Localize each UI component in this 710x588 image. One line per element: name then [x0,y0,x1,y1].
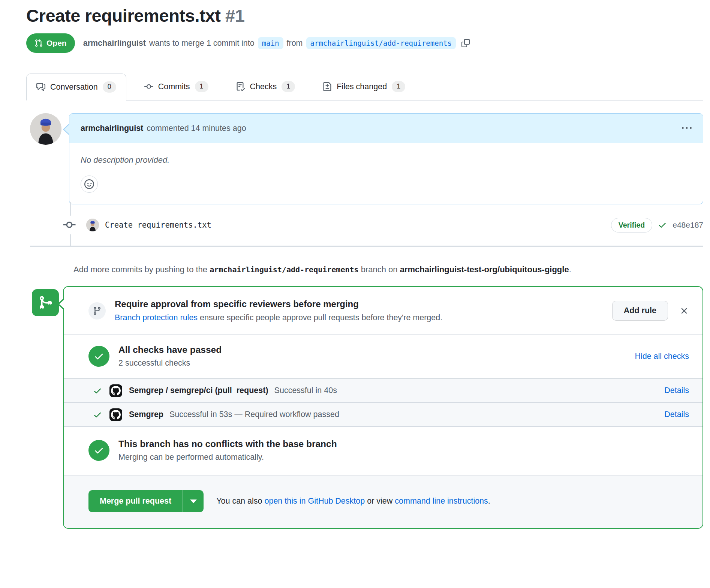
checks-summary-section: All checks have passed 2 successful chec… [64,335,703,378]
details-link[interactable]: Details [664,410,689,419]
status-badge: Open [26,33,75,53]
pr-number: #1 [225,6,244,26]
pr-summary: armchairlinguist wants to merge 1 commit… [83,37,470,49]
hide-all-checks-link[interactable]: Hide all checks [635,352,689,361]
merge-footer: Merge pull request You can also open thi… [64,476,703,528]
command-line-instructions-link[interactable]: command line instructions [395,496,488,506]
git-pull-request-icon [34,39,43,47]
check-row: Semgrep / semgrep/ci (pull_request) Succ… [64,378,703,402]
commit-author-avatar[interactable] [86,219,99,231]
pr-title-text: Create requirements.txt [26,6,220,26]
check-name: Semgrep [129,410,163,419]
check-circle-icon [88,346,109,367]
comment: armchairlinguist commented 14 minutes ag… [30,113,703,204]
merge-note-middle: or view [367,496,392,506]
merge-pull-request-button[interactable]: Merge pull request [88,490,204,512]
push-note-branch: armchairlinguist/add-requirements [210,265,358,274]
check-icon [93,410,102,419]
pull-request-page: Create requirements.txt #1 Open armchair… [0,5,710,529]
commit-sha[interactable]: e48e187 [673,220,703,230]
copy-branch-icon[interactable] [461,39,470,47]
check-circle-icon [88,440,109,461]
push-note-repo: armchairlinguist-test-org/ubiquitous-gig… [400,265,569,274]
pr-tabs: Conversation 0 Commits 1 Checks 1 Files … [26,73,703,100]
tab-checks[interactable]: Checks 1 [226,73,305,100]
close-icon[interactable] [679,306,689,316]
pr-meta-row: Open armchairlinguist wants to merge 1 c… [26,33,703,53]
chevron-down-icon [190,500,197,503]
branch-protection-title: Require approval from specific reviewers… [115,299,442,309]
tab-checks-label: Checks [250,82,277,92]
branch-protection-description: Branch protection rules ensure specific … [115,313,442,322]
checks-summary-title: All checks have passed [118,345,222,355]
base-branch-label[interactable]: main [258,37,283,49]
tab-commits-count: 1 [195,81,208,92]
push-note-prefix: Add more commits by pushing to the [73,265,207,274]
check-name: Semgrep / semgrep/ci (pull_request) [129,386,268,395]
branch-protection-text: Require approval from specific reviewers… [115,299,442,322]
pr-author[interactable]: armchairlinguist [83,39,146,48]
status-badge-label: Open [46,39,67,48]
commit-message[interactable]: Create requirements.txt [105,220,211,230]
verified-badge[interactable]: Verified [611,218,652,232]
tab-files-changed-label: Files changed [337,82,387,92]
branch-protection-section: Require approval from specific reviewers… [64,287,703,335]
github-logo-icon [109,408,122,421]
comment-header: armchairlinguist commented 14 minutes ag… [69,114,703,143]
tab-files-changed[interactable]: Files changed 1 [313,73,415,100]
tab-conversation[interactable]: Conversation 0 [26,74,126,100]
pr-timeline: armchairlinguist commented 14 minutes ag… [26,113,703,529]
github-logo-icon [109,384,122,397]
checks-summary-subtitle: 2 successful checks [118,358,222,368]
merge-box: Require approval from specific reviewers… [63,286,703,529]
comment-author[interactable]: armchairlinguist [81,124,143,133]
tab-conversation-count: 0 [103,81,116,93]
merge-status-area: Require approval from specific reviewers… [26,286,703,529]
tab-commits-label: Commits [158,82,190,92]
merge-options-dropdown[interactable] [183,490,204,512]
add-rule-button[interactable]: Add rule [612,301,668,321]
tab-files-changed-count: 1 [392,81,405,92]
push-note: Add more commits by pushing to the armch… [73,262,673,277]
details-link[interactable]: Details [664,386,689,395]
git-merge-icon [32,289,59,316]
push-note-suffix: . [569,265,571,274]
pr-summary-from: from [287,39,303,48]
head-branch-label[interactable]: armchairlinguist/add-requirements [306,37,456,49]
branch-protection-rules-link[interactable]: Branch protection rules [115,313,198,322]
branch-protection-description-text: ensure specific people approve pull requ… [200,313,442,322]
commit-entry: Create requirements.txt Verified e48e187 [26,204,703,246]
page-title: Create requirements.txt #1 [26,5,703,26]
conflicts-subtitle: Merging can be performed automatically. [118,453,337,462]
tab-checks-count: 1 [282,81,295,92]
git-commit-icon [61,216,77,234]
check-status: Successful in 40s [274,386,337,395]
git-branch-icon [88,302,106,320]
comment-footer [69,165,703,204]
merge-note-suffix: . [488,496,490,506]
check-icon [658,220,667,230]
checks-summary-text: All checks have passed 2 successful chec… [118,345,222,368]
comment-discussion-icon [36,82,45,92]
tab-commits[interactable]: Commits 1 [135,73,218,100]
kebab-horizontal-icon[interactable] [682,123,692,133]
merge-pull-request-label: Merge pull request [88,490,183,512]
github-desktop-link[interactable]: open this in GitHub Desktop [264,496,365,506]
timeline-divider [30,246,703,247]
pr-summary-text: wants to merge 1 commit into [149,39,255,48]
comment-body: No description provided. [69,143,703,165]
comment-timestamp: commented 14 minutes ago [147,124,246,133]
merge-alternatives-note: You can also open this in GitHub Desktop… [216,496,490,506]
author-avatar[interactable] [30,113,61,145]
conflicts-text: This branch has no conflicts with the ba… [118,439,337,462]
push-note-middle: branch on [361,265,398,274]
conflicts-section: This branch has no conflicts with the ba… [64,426,703,476]
git-commit-icon [144,82,153,91]
check-status: Successful in 53s — Required workflow pa… [169,410,339,419]
merge-note-prefix: You can also [216,496,262,506]
file-diff-icon [323,82,332,91]
add-reaction-button[interactable] [81,176,98,193]
check-row: Semgrep Successful in 53s — Required wor… [64,402,703,426]
comment-bubble: armchairlinguist commented 14 minutes ag… [69,113,703,204]
checklist-icon [236,82,245,91]
